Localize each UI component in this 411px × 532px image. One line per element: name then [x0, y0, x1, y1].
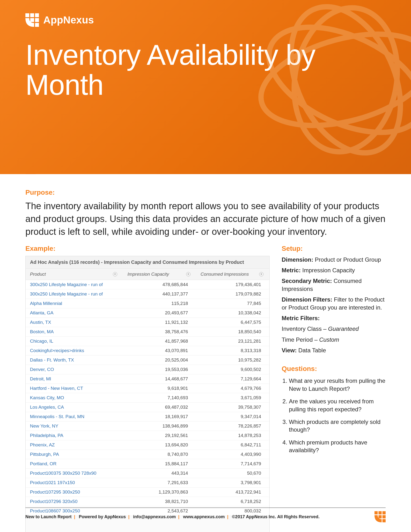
cell-consumed: 3,671,059 — [196, 393, 269, 402]
sort-icon[interactable]: ▾ — [186, 272, 190, 276]
setup-dimension: Dimension: Product or Product Group — [282, 256, 386, 264]
cell-product[interactable]: Detroit, MI — [26, 374, 123, 383]
col-header-consumed[interactable]: Consumed Impressions ▾ — [196, 269, 269, 280]
table-row: Product107296 320x5038,821,7106,718,252 — [26, 497, 269, 506]
cell-consumed: 4,679,766 — [196, 383, 269, 393]
cell-product[interactable]: Kansas City, MO — [26, 393, 123, 402]
cell-capacity: 478,685,844 — [123, 280, 196, 289]
table-row: Boston, MA38,758,47618,850,540 — [26, 327, 269, 336]
cell-product[interactable]: Hartford - New Haven, CT — [26, 383, 123, 393]
cell-capacity: 19,553,036 — [123, 365, 196, 374]
table-row: Dallas - Ft. Worth, TX20,525,00410,975,2… — [26, 355, 269, 365]
sort-icon[interactable]: ▾ — [259, 272, 263, 276]
cell-capacity: 20,525,004 — [123, 355, 196, 365]
table-row: Kansas City, MO7,140,6933,671,059 — [26, 393, 269, 402]
cell-capacity: 11,921,132 — [123, 317, 196, 327]
cell-product[interactable]: Product107295 300x250 — [26, 487, 123, 497]
cell-capacity: 20,493,677 — [123, 308, 196, 317]
cell-capacity: 440,137,377 — [123, 289, 196, 299]
table-row: Philadelphia, PA29,192,56114,878,253 — [26, 431, 269, 440]
purpose-label: Purpose: — [25, 189, 386, 196]
col-header-product-label: Product — [30, 272, 46, 277]
cell-consumed: 6,447,575 — [196, 317, 269, 327]
cell-product[interactable]: New York, NY — [26, 421, 123, 431]
cell-capacity: 7,140,693 — [123, 393, 196, 402]
cell-product[interactable]: Chicago, IL — [26, 336, 123, 346]
col-header-product[interactable]: Product ▾ — [26, 269, 123, 280]
table-row: Pittsburgh, PA8,740,8704,403,990 — [26, 449, 269, 459]
svg-rect-12 — [383, 511, 386, 514]
cell-product[interactable]: Austin, TX — [26, 317, 123, 327]
cell-product[interactable]: Boston, MA — [26, 327, 123, 336]
svg-rect-11 — [378, 511, 382, 514]
table-row: Product1021 197x1507,291,6333,798,901 — [26, 478, 269, 487]
cell-capacity: 38,758,476 — [123, 327, 196, 336]
cell-consumed: 179,079,882 — [196, 289, 269, 299]
cell-consumed: 7,129,664 — [196, 374, 269, 383]
banner-notch-icon — [25, 174, 36, 174]
setup-view: View: Data Table — [282, 347, 386, 354]
cell-consumed: 10,975,282 — [196, 355, 269, 365]
cell-capacity: 43,070,891 — [123, 346, 196, 355]
cell-product[interactable]: Atlanta, GA — [26, 308, 123, 317]
table-row: Los Angeles, CA69,487,03239,758,307 — [26, 402, 269, 412]
decorative-rings — [237, 0, 411, 174]
svg-point-3 — [283, 0, 408, 160]
cell-product[interactable]: Pittsburgh, PA — [26, 449, 123, 459]
table-row: Chicago, IL41,857,96823,121,281 — [26, 336, 269, 346]
appnexus-logo-icon — [374, 511, 386, 522]
cell-consumed: 7,714,679 — [196, 459, 269, 468]
cell-consumed: 6,718,252 — [196, 497, 269, 506]
sort-icon[interactable]: ▾ — [113, 272, 117, 276]
cell-consumed: 77,845 — [196, 299, 269, 308]
questions-label: Questions: — [282, 365, 386, 373]
table-row: Product107295 300x2501,129,370,863413,72… — [26, 487, 269, 497]
cell-consumed: 23,121,281 — [196, 336, 269, 346]
table-row: Hartford - New Haven, CT9,618,9014,679,7… — [26, 383, 269, 393]
cell-product[interactable]: Product1021 197x150 — [26, 478, 123, 487]
footer-text: New to Launch Report| Powered by AppNexu… — [25, 514, 320, 519]
cell-capacity: 7,291,633 — [123, 478, 196, 487]
table-row: Cookingful>recipes>drinks43,070,8918,313… — [26, 346, 269, 355]
cell-consumed: 50,670 — [196, 468, 269, 478]
setup-dimension-filters: Dimension Filters: Filter to the Product… — [282, 296, 386, 312]
svg-rect-8 — [35, 18, 39, 22]
col-header-capacity[interactable]: Impression Capacity ▾ — [123, 269, 196, 280]
cell-product[interactable]: Product100375 300x250 728x90 — [26, 468, 123, 478]
cell-product[interactable]: Philadelphia, PA — [26, 431, 123, 440]
cell-product[interactable]: 300x250 Lifestyle Magazine - run of — [26, 280, 123, 289]
question-item: What are your results from pulling the N… — [289, 377, 386, 393]
brand-name: AppNexus — [43, 14, 94, 26]
setup-metric-filter-class: Inventory Class – Guaranteed — [282, 325, 386, 333]
cell-capacity: 1,129,370,863 — [123, 487, 196, 497]
cell-capacity: 115,218 — [123, 299, 196, 308]
cell-consumed: 4,403,990 — [196, 449, 269, 459]
setup-secondary-metric: Secondary Metric: Consumed Impressions — [282, 277, 386, 293]
cell-product[interactable]: Minneapolis - St. Paul, MN — [26, 412, 123, 421]
data-table: Product ▾ Impression Capacity ▾ Consumed… — [26, 269, 269, 516]
cell-product[interactable]: Product107296 320x50 — [26, 497, 123, 506]
cell-product[interactable]: Alpha Millennial — [26, 299, 123, 308]
cell-product[interactable]: Portland, OR — [26, 459, 123, 468]
cell-consumed: 179,436,401 — [196, 280, 269, 289]
cell-consumed: 78,226,857 — [196, 421, 269, 431]
question-item: Are the values you received from pulling… — [289, 398, 386, 413]
cell-product[interactable]: Phoenix, AZ — [26, 440, 123, 449]
table-row: Portland, OR15,884,1177,714,679 — [26, 459, 269, 468]
cell-product[interactable]: Cookingful>recipes>drinks — [26, 346, 123, 355]
cell-capacity: 18,169,917 — [123, 412, 196, 421]
cell-product[interactable]: Dallas - Ft. Worth, TX — [26, 355, 123, 365]
cell-product[interactable]: Los Angeles, CA — [26, 402, 123, 412]
cell-product[interactable]: Denver, CO — [26, 365, 123, 374]
question-item: Which products are completely sold thoug… — [289, 418, 386, 434]
table-row: 300x250 Lifestyle Magazine - run of440,1… — [26, 289, 269, 299]
table-row: Alpha Millennial115,21877,845 — [26, 299, 269, 308]
header-banner: AppNexus Inventory Availability by Month — [0, 0, 411, 174]
table-row: Product100375 300x250 728x90443,31450,67… — [26, 468, 269, 478]
cell-product[interactable]: 300x250 Lifestyle Magazine - run of — [26, 289, 123, 299]
svg-rect-4 — [25, 13, 29, 17]
table-row: Minneapolis - St. Paul, MN18,169,9179,34… — [26, 412, 269, 421]
cell-capacity: 443,314 — [123, 468, 196, 478]
table-row: Atlanta, GA20,493,67710,338,042 — [26, 308, 269, 317]
svg-point-1 — [269, 0, 411, 171]
